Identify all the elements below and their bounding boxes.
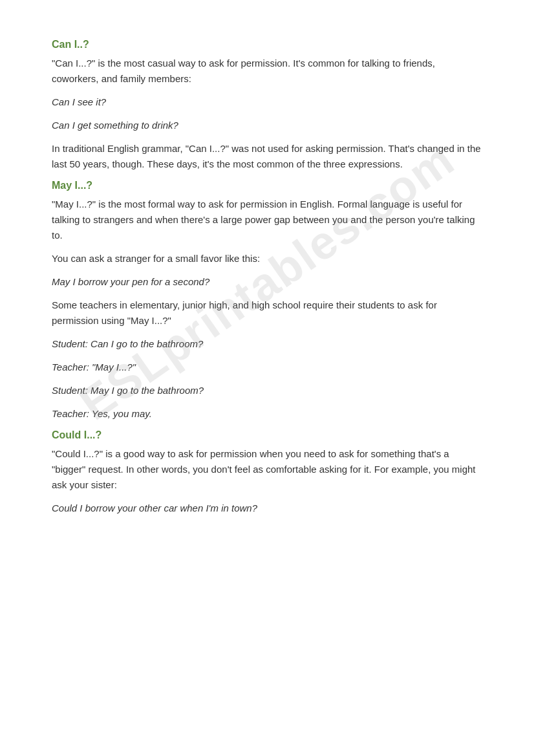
section-title-may-i: May I...?: [52, 180, 482, 191]
example-may-i-dialog-1: Student: Can I go to the bathroom?: [52, 336, 482, 352]
paragraph-can-i-1: "Can I...?" is the most casual way to as…: [52, 56, 482, 87]
paragraph-could-i-1: "Could I...?" is a good way to ask for p…: [52, 446, 482, 493]
example-can-i-1: Can I see it?: [52, 94, 482, 110]
section-may-i: May I...? "May I...?" is the most formal…: [52, 180, 482, 422]
paragraph-may-i-2: You can ask a stranger for a small favor…: [52, 251, 482, 266]
paragraph-can-i-2: In traditional English grammar, "Can I..…: [52, 141, 482, 172]
example-could-i-1: Could I borrow your other car when I'm i…: [52, 501, 482, 516]
paragraph-may-i-3: Some teachers in elementary, junior high…: [52, 297, 482, 329]
section-title-could-i: Could I...?: [52, 429, 482, 441]
example-may-i-dialog-2: Teacher: "May I...?": [52, 360, 482, 375]
section-title-can-i: Can I..?: [52, 39, 482, 50]
section-can-i: Can I..? "Can I...?" is the most casual …: [52, 39, 482, 172]
paragraph-may-i-1: "May I...?" is the most formal way to as…: [52, 197, 482, 243]
page-container: ESLprintables.com Can I..? "Can I...?" i…: [0, 0, 534, 563]
example-can-i-2: Can I get something to drink?: [52, 118, 482, 133]
example-may-i-dialog-4: Teacher: Yes, you may.: [52, 406, 482, 422]
example-may-i-dialog-3: Student: May I go to the bathroom?: [52, 383, 482, 398]
section-could-i: Could I...? "Could I...?" is a good way …: [52, 429, 482, 516]
example-may-i-1: May I borrow your pen for a second?: [52, 274, 482, 290]
